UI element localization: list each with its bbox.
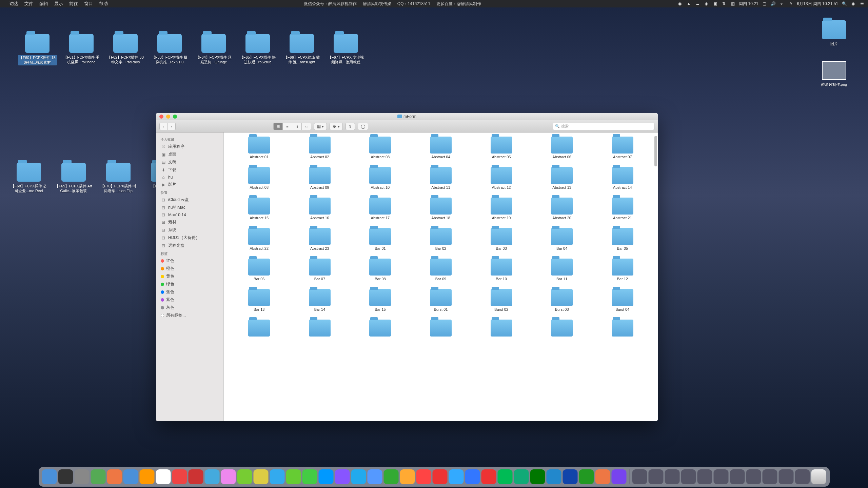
menu-view[interactable]: 显示 <box>54 1 63 7</box>
folder-item[interactable]: Burst 01 <box>412 289 470 311</box>
sidebar-item[interactable]: ⊟素材 <box>156 218 223 226</box>
menu-help[interactable]: 帮助 <box>99 1 108 7</box>
folder-item[interactable] <box>231 320 288 338</box>
desktop-folder[interactable]: 【F62】FCPX插件 60种文字...ProRays <box>105 34 146 65</box>
folder-item[interactable]: Bar 10 <box>473 259 530 281</box>
dock-app[interactable] <box>730 469 745 484</box>
dock-app[interactable] <box>465 469 480 484</box>
dock-app[interactable] <box>563 469 578 484</box>
dock-app[interactable] <box>416 469 431 484</box>
folder-item[interactable]: Abstract 14 <box>594 167 651 189</box>
sidebar-item[interactable]: ⬇下载 <box>156 166 223 174</box>
dock-app[interactable] <box>270 469 285 484</box>
share-button[interactable]: ⇪ <box>346 123 355 130</box>
dock-app[interactable] <box>172 469 187 484</box>
folder-item[interactable]: Bar 14 <box>291 289 349 311</box>
dock-app[interactable] <box>579 469 594 484</box>
desktop-folder-pictures[interactable]: 图片 <box>814 20 854 46</box>
desktop-folder[interactable]: 【F61】FCPX插件 手机竖屏...roPhone <box>61 34 102 65</box>
sidebar-item[interactable]: ▶影片 <box>156 181 223 188</box>
desktop-folder[interactable]: 【F64】FCPX插件 悬疑恐怖...Grunge <box>193 34 234 65</box>
dock-app[interactable] <box>42 469 57 484</box>
folder-item[interactable]: Abstract 22 <box>231 228 288 250</box>
dock-app[interactable] <box>302 469 317 484</box>
dock-app[interactable] <box>91 469 106 484</box>
dock-app[interactable] <box>254 469 269 484</box>
folder-item[interactable]: Abstract 01 <box>231 137 288 159</box>
display-icon[interactable]: ▢ <box>762 1 767 6</box>
folder-item[interactable]: Bar 05 <box>594 228 651 250</box>
siri-icon[interactable]: ◉ <box>850 1 856 6</box>
dock-app[interactable] <box>514 469 529 484</box>
menu-file[interactable]: 文件 <box>24 1 33 7</box>
folder-item[interactable]: Bar 15 <box>352 289 409 311</box>
dock-app[interactable] <box>665 469 680 484</box>
sidebar-item[interactable]: ⊟Mac10.14 <box>156 211 223 218</box>
dock-app[interactable] <box>498 469 513 484</box>
dock-app[interactable] <box>530 469 545 484</box>
folder-item[interactable]: Abstract 04 <box>412 137 470 159</box>
menu-go[interactable]: 前往 <box>69 1 78 7</box>
folder-item[interactable]: Bar 02 <box>412 228 470 250</box>
folder-item[interactable] <box>473 320 530 338</box>
folder-item[interactable]: Abstract 05 <box>473 137 530 159</box>
status-icon[interactable]: ▲ <box>686 1 691 6</box>
folder-item[interactable]: Bar 01 <box>352 228 409 250</box>
desktop-image[interactable]: 醉清风制作.png <box>814 61 854 87</box>
folder-item[interactable]: Abstract 02 <box>291 137 349 159</box>
folder-item[interactable]: Burst 02 <box>473 289 530 311</box>
folder-item[interactable]: Bar 07 <box>291 259 349 281</box>
dock-app[interactable] <box>205 469 220 484</box>
sidebar-tag[interactable]: 蓝色 <box>156 288 223 296</box>
folder-item[interactable]: Bar 13 <box>231 289 288 311</box>
folder-item[interactable]: Abstract 21 <box>594 198 651 220</box>
dock-app[interactable] <box>481 469 496 484</box>
dock-app[interactable] <box>221 469 236 484</box>
dock-app[interactable] <box>763 469 777 484</box>
minimize-button[interactable] <box>166 115 170 119</box>
sidebar-item[interactable]: ⊟系统 <box>156 226 223 234</box>
back-button[interactable]: ‹ <box>159 123 167 130</box>
menu-window[interactable]: 窗口 <box>84 1 93 7</box>
folder-item[interactable]: Abstract 23 <box>291 228 349 250</box>
dock-app[interactable] <box>714 469 729 484</box>
folder-item[interactable]: Abstract 11 <box>412 167 470 189</box>
clock-short[interactable]: 周四 10:21 <box>739 1 758 7</box>
menu-edit[interactable]: 编辑 <box>39 1 48 7</box>
folder-item[interactable]: Abstract 17 <box>352 198 409 220</box>
notification-icon[interactable]: ☰ <box>859 1 865 6</box>
cloud-icon[interactable]: ☁ <box>695 1 700 6</box>
forward-button[interactable]: › <box>167 123 176 130</box>
folder-item[interactable]: Abstract 06 <box>533 137 591 159</box>
dock-app[interactable] <box>58 469 73 484</box>
dock-app[interactable] <box>335 469 350 484</box>
sidebar-item[interactable]: ⊟远程光盘 <box>156 242 223 249</box>
scrollbar[interactable] <box>654 136 657 166</box>
view-list-button[interactable]: ≡ <box>283 123 292 130</box>
folder-item[interactable]: Abstract 20 <box>533 198 591 220</box>
dock-app[interactable] <box>612 469 627 484</box>
folder-item[interactable]: Abstract 18 <box>412 198 470 220</box>
sidebar-tag[interactable]: 灰色 <box>156 304 223 311</box>
folder-item[interactable]: Bar 11 <box>533 259 591 281</box>
sidebar-item[interactable]: ⊟hu的iMac <box>156 204 223 211</box>
folder-item[interactable] <box>291 320 349 338</box>
folder-item[interactable]: Bar 04 <box>533 228 591 250</box>
dock-app[interactable] <box>433 469 448 484</box>
desktop-folder[interactable]: 【F66】FCPX转场 插件 淮...ransLight <box>281 34 322 65</box>
folder-item[interactable]: Burst 03 <box>533 289 591 311</box>
sidebar-tag[interactable]: 绿色 <box>156 280 223 288</box>
menu-finder[interactable]: 访达 <box>9 1 18 7</box>
dock-app[interactable] <box>400 469 415 484</box>
dock-app[interactable] <box>779 469 794 484</box>
dock-app[interactable] <box>351 469 366 484</box>
folder-item[interactable]: Abstract 09 <box>291 167 349 189</box>
folder-item[interactable]: Abstract 03 <box>352 137 409 159</box>
view-column-button[interactable]: ⫼ <box>292 123 302 130</box>
view-icon-button[interactable]: ▦ <box>273 123 283 130</box>
dock-app[interactable] <box>632 469 647 484</box>
folder-item[interactable]: Abstract 15 <box>231 198 288 220</box>
desktop-folder[interactable]: 【F60】FCPX插件 150种M...视频素材 <box>17 34 58 65</box>
dock-app[interactable] <box>746 469 761 484</box>
dock-app[interactable] <box>189 469 203 484</box>
